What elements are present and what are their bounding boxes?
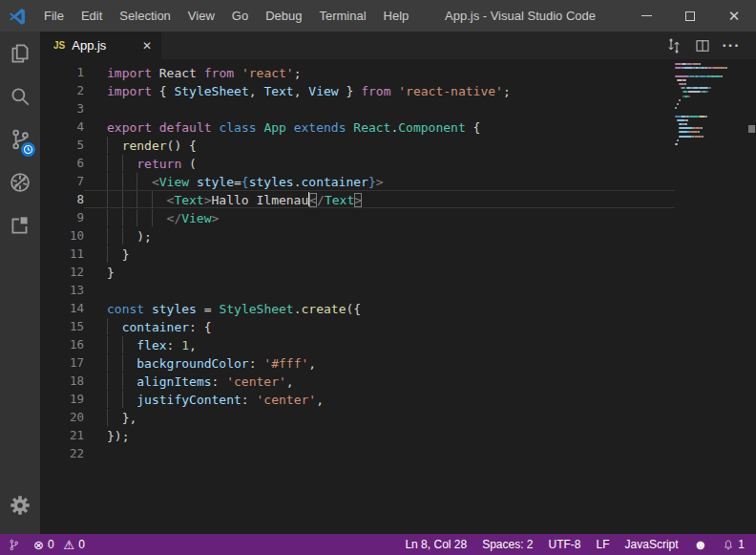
- token: flex: [136, 338, 166, 352]
- token: Text: [263, 84, 293, 98]
- code-line-19[interactable]: 19justifyContent: 'center',: [40, 390, 675, 408]
- menu-file[interactable]: File: [35, 0, 73, 32]
- code-editor[interactable]: 1import React from 'react';2import { Sty…: [40, 59, 756, 534]
- code-line-13[interactable]: 13: [40, 281, 675, 299]
- code-line-11[interactable]: 11}: [40, 245, 675, 263]
- code-lines: 1import React from 'react';2import { Sty…: [40, 63, 756, 462]
- encoding-indicator[interactable]: UTF-8: [549, 538, 581, 551]
- token: }: [339, 84, 361, 98]
- token: extends: [294, 120, 354, 135]
- eol-indicator[interactable]: LF: [597, 538, 610, 551]
- minimap-line: [721, 75, 723, 77]
- line-content: </View>: [84, 208, 675, 226]
- code-line-7[interactable]: 7<View style={styles.container}>: [40, 172, 675, 190]
- minimap-line: [709, 87, 711, 89]
- sidebar-item-debug[interactable]: [0, 160, 40, 203]
- settings-button[interactable]: [0, 488, 40, 523]
- code-line-10[interactable]: 10);: [40, 226, 675, 245]
- problems-button[interactable]: ⊗ 0 ⚠ 0: [33, 538, 85, 551]
- token: (: [181, 157, 197, 171]
- code-line-17[interactable]: 17backgroundColor: '#fff',: [40, 353, 675, 372]
- minimize-button[interactable]: [624, 0, 668, 32]
- minimap-line: [700, 87, 708, 89]
- overview-ruler[interactable]: [747, 59, 756, 534]
- token: StyleSheet: [174, 84, 248, 98]
- menu-debug[interactable]: Debug: [257, 0, 310, 32]
- sidebar-item-extensions[interactable]: [0, 203, 40, 246]
- code-line-2[interactable]: 2import { StyleSheet, Text, View } from …: [40, 81, 675, 99]
- menu-bar: FileEditSelectionViewGoDebugTerminalHelp: [35, 0, 417, 32]
- token: styles: [249, 175, 294, 189]
- open-changes-button[interactable]: [662, 34, 685, 57]
- close-button[interactable]: ✕: [712, 0, 756, 32]
- title-bar: FileEditSelectionViewGoDebugTerminalHelp…: [0, 0, 756, 32]
- token: from: [197, 66, 242, 80]
- code-line-18[interactable]: 18alignItems: 'center',: [40, 372, 675, 390]
- code-line-9[interactable]: 9</View>: [40, 208, 675, 226]
- code-line-15[interactable]: 15container: {: [40, 317, 675, 335]
- minimap-line: [694, 136, 702, 138]
- token: }: [107, 266, 115, 280]
- split-editor-button[interactable]: [691, 34, 714, 57]
- line-content: import React from 'react';: [84, 63, 675, 81]
- minimap-line: [688, 96, 690, 97]
- more-actions-button[interactable]: ···: [720, 34, 743, 57]
- sidebar-item-explorer[interactable]: [0, 32, 40, 75]
- bell-icon: [723, 539, 734, 551]
- token: :: [167, 338, 182, 352]
- menu-help[interactable]: Help: [375, 0, 418, 32]
- code-line-5[interactable]: 5render() {: [40, 136, 675, 154]
- minimap[interactable]: [675, 63, 747, 530]
- maximize-button[interactable]: [668, 0, 712, 32]
- code-line-8[interactable]: 8<Text>Hallo Ilmenau</Text>: [40, 190, 675, 208]
- minimap-line: [675, 75, 689, 77]
- token: >: [376, 175, 384, 189]
- notifications-button[interactable]: 1: [723, 538, 745, 551]
- status-bar-right: Ln 8, Col 28 Spaces: 2 UTF-8 LF JavaScri…: [405, 538, 756, 551]
- code-line-22[interactable]: 22: [40, 444, 675, 462]
- notification-count: 1: [738, 538, 745, 551]
- menu-selection[interactable]: Selection: [111, 0, 178, 32]
- code-line-14[interactable]: 14const styles = StyleSheet.create({: [40, 299, 675, 317]
- token: :: [212, 374, 227, 389]
- language-mode-indicator[interactable]: JavaScript: [625, 538, 679, 551]
- sidebar-item-search[interactable]: [0, 75, 40, 117]
- token: 'center': [257, 393, 317, 407]
- line-content: });: [84, 426, 675, 444]
- code-line-3[interactable]: 3: [40, 99, 675, 117]
- token: ,: [249, 84, 264, 98]
- code-line-12[interactable]: 12}: [40, 263, 675, 281]
- minimap-line: [690, 131, 698, 133]
- tab-appjs[interactable]: JS App.js ✕: [40, 32, 161, 59]
- tab-close-icon[interactable]: ✕: [140, 39, 154, 53]
- token: App: [263, 120, 293, 135]
- git-branch-button[interactable]: [8, 538, 20, 552]
- token: </: [167, 211, 182, 225]
- indent-guide: [122, 373, 137, 390]
- minimap-line: [701, 127, 703, 129]
- token: ,: [286, 374, 294, 389]
- minimap-line: [675, 67, 682, 69]
- menu-terminal[interactable]: Terminal: [310, 0, 374, 32]
- code-line-4[interactable]: 4export default class App extends React.…: [40, 117, 675, 136]
- code-line-1[interactable]: 1import React from 'react';: [40, 63, 675, 81]
- menu-go[interactable]: Go: [223, 0, 257, 32]
- sync-clock-badge: [21, 142, 35, 157]
- feedback-smiley-icon[interactable]: ☻: [694, 538, 708, 551]
- token: =: [234, 175, 242, 189]
- cursor-position-indicator[interactable]: Ln 8, Col 28: [405, 538, 467, 551]
- code-line-6[interactable]: 6return (: [40, 154, 675, 172]
- line-number: 14: [40, 299, 84, 317]
- token: .: [294, 302, 302, 316]
- error-count: 0: [48, 538, 54, 551]
- menu-view[interactable]: View: [179, 0, 223, 32]
- indent-guide: [107, 245, 122, 263]
- indentation-indicator[interactable]: Spaces: 2: [482, 538, 533, 551]
- menu-edit[interactable]: Edit: [73, 0, 111, 32]
- code-line-20[interactable]: 20},: [40, 408, 675, 426]
- sidebar-item-source-control[interactable]: [0, 117, 40, 160]
- line-number: 21: [40, 426, 84, 444]
- code-line-16[interactable]: 16flex: 1,: [40, 335, 675, 353]
- code-line-21[interactable]: 21});: [40, 426, 675, 444]
- indent-guide: [107, 209, 122, 226]
